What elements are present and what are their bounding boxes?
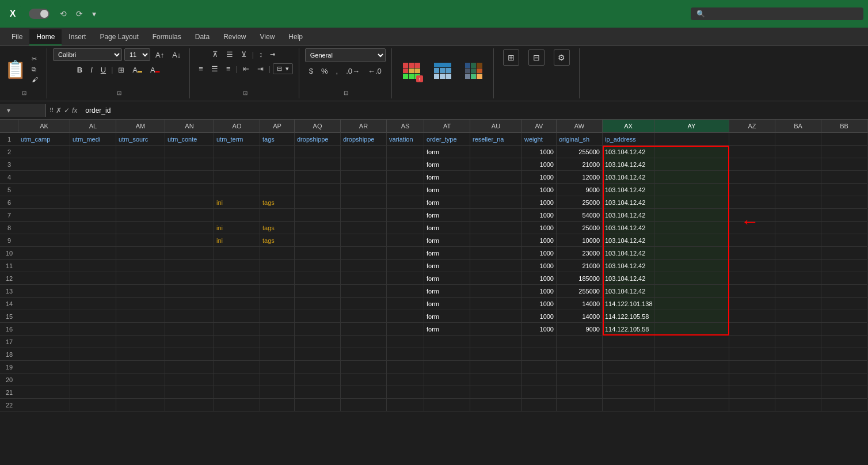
table-row[interactable]	[116, 361, 165, 373]
table-row[interactable]	[654, 184, 729, 196]
table-row[interactable]	[654, 272, 729, 285]
table-row[interactable]	[295, 234, 341, 247]
table-row[interactable]	[387, 234, 424, 247]
tab-insert[interactable]: Insert	[62, 29, 93, 45]
col-header-bb[interactable]: BB	[821, 120, 867, 132]
table-row[interactable]	[165, 146, 214, 158]
table-row[interactable]	[821, 336, 867, 348]
table-row[interactable]: form	[424, 272, 470, 285]
table-row[interactable]	[116, 298, 165, 310]
fill-color-button[interactable]: A▬	[130, 63, 145, 76]
col-header-an[interactable]: AN	[165, 120, 214, 132]
table-row[interactable]	[214, 373, 260, 386]
table-row[interactable]: 103.104.12.42	[603, 247, 654, 260]
table-row[interactable]	[70, 386, 116, 399]
table-row[interactable]: 103.104.12.42	[603, 146, 654, 158]
table-row[interactable]	[295, 323, 341, 336]
table-row[interactable]	[821, 146, 867, 158]
table-row[interactable]	[70, 298, 116, 310]
table-row[interactable]	[729, 133, 775, 146]
table-row[interactable]	[165, 171, 214, 184]
table-row[interactable]	[341, 247, 387, 260]
table-row[interactable]	[470, 234, 522, 247]
table-row[interactable]	[18, 285, 70, 298]
table-row[interactable]	[295, 399, 341, 411]
table-row[interactable]	[70, 222, 116, 234]
table-row[interactable]	[557, 348, 603, 361]
table-row[interactable]: 1000	[522, 158, 557, 171]
table-row[interactable]	[775, 158, 821, 171]
table-row[interactable]	[775, 133, 821, 146]
table-row[interactable]: 1000	[522, 260, 557, 272]
table-row[interactable]: ini	[214, 222, 260, 234]
table-row[interactable]	[821, 310, 867, 323]
table-row[interactable]: 103.104.12.42	[603, 234, 654, 247]
table-row[interactable]: tags	[260, 196, 295, 209]
table-row[interactable]	[775, 272, 821, 285]
table-row[interactable]: 21000	[557, 158, 603, 171]
row-number[interactable]: 18	[0, 348, 18, 361]
table-row[interactable]	[341, 285, 387, 298]
table-row[interactable]	[424, 361, 470, 373]
table-row[interactable]: 10000	[557, 234, 603, 247]
table-row[interactable]	[70, 234, 116, 247]
table-row[interactable]: utm_medi	[70, 133, 116, 146]
font-shrink-button[interactable]: A↓	[169, 48, 184, 61]
table-row[interactable]: form	[424, 158, 470, 171]
font-family-select[interactable]: Calibri	[53, 48, 122, 61]
table-row[interactable]	[729, 272, 775, 285]
table-row[interactable]	[165, 272, 214, 285]
table-row[interactable]	[557, 399, 603, 411]
table-row[interactable]	[775, 209, 821, 222]
table-row[interactable]	[341, 310, 387, 323]
table-row[interactable]	[729, 373, 775, 386]
table-row[interactable]: 103.104.12.42	[603, 222, 654, 234]
table-row[interactable]	[603, 399, 654, 411]
col-header-az[interactable]: AZ	[729, 120, 775, 132]
table-row[interactable]	[116, 234, 165, 247]
table-row[interactable]	[295, 348, 341, 361]
format-as-table-button[interactable]	[429, 59, 456, 85]
table-row[interactable]	[165, 386, 214, 399]
table-row[interactable]	[775, 336, 821, 348]
table-row[interactable]	[557, 386, 603, 399]
table-row[interactable]	[70, 272, 116, 285]
table-row[interactable]	[470, 310, 522, 323]
table-row[interactable]: dropshippe	[341, 133, 387, 146]
table-row[interactable]	[603, 386, 654, 399]
font-color-button[interactable]: A▬	[147, 63, 163, 76]
delete-button[interactable]: ⊟	[525, 48, 548, 67]
table-row[interactable]	[295, 336, 341, 348]
table-row[interactable]: form	[424, 209, 470, 222]
table-row[interactable]	[18, 260, 70, 272]
table-row[interactable]: 103.104.12.42	[603, 196, 654, 209]
table-row[interactable]	[729, 361, 775, 373]
table-row[interactable]: utm_camp	[18, 133, 70, 146]
table-row[interactable]	[295, 272, 341, 285]
table-row[interactable]: 103.104.12.42	[603, 260, 654, 272]
increase-decimal-button[interactable]: .0→	[343, 64, 363, 77]
cell-reference-box[interactable]: ▾	[0, 104, 46, 117]
table-row[interactable]: 12000	[557, 171, 603, 184]
alignment-expand-icon[interactable]: ⊡	[243, 90, 248, 96]
table-row[interactable]	[341, 196, 387, 209]
table-row[interactable]	[470, 260, 522, 272]
col-header-aq[interactable]: AQ	[295, 120, 341, 132]
table-row[interactable]	[729, 285, 775, 298]
table-row[interactable]	[470, 184, 522, 196]
table-row[interactable]: form	[424, 171, 470, 184]
table-row[interactable]	[470, 373, 522, 386]
table-row[interactable]	[165, 260, 214, 272]
table-row[interactable]	[821, 222, 867, 234]
table-row[interactable]	[260, 336, 295, 348]
table-row[interactable]	[470, 247, 522, 260]
table-row[interactable]	[387, 373, 424, 386]
table-row[interactable]	[387, 348, 424, 361]
table-row[interactable]	[260, 247, 295, 260]
table-row[interactable]	[654, 285, 729, 298]
cell-styles-button[interactable]	[460, 59, 488, 85]
table-row[interactable]	[387, 260, 424, 272]
table-row[interactable]	[116, 399, 165, 411]
table-row[interactable]	[654, 310, 729, 323]
format-button[interactable]: ⚙	[550, 48, 573, 67]
